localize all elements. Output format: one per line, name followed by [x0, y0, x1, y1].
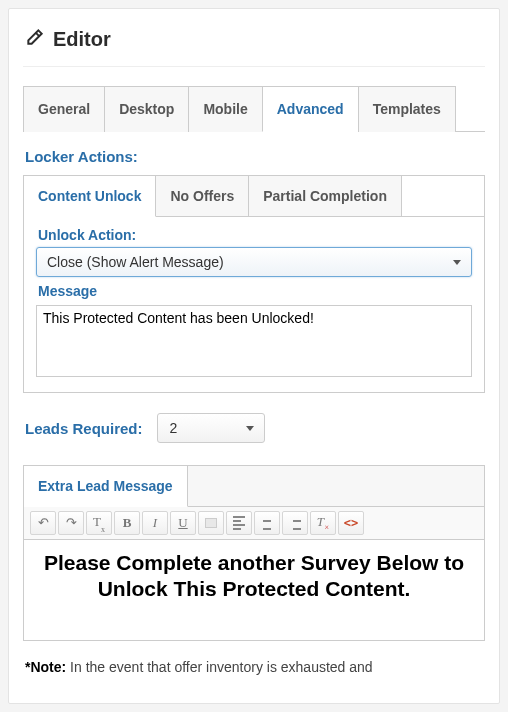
locker-subtabs-container: Content Unlock No Offers Partial Complet…	[23, 175, 485, 393]
align-left-button[interactable]	[226, 511, 252, 535]
unlock-action-value: Close (Show Alert Message)	[47, 254, 224, 270]
tab-general[interactable]: General	[23, 86, 105, 132]
message-textarea[interactable]	[36, 305, 472, 377]
subtab-no-offers[interactable]: No Offers	[156, 176, 249, 216]
extra-lead-container: Extra Lead Message ↶ ↷ Tx B I U	[23, 465, 485, 641]
extra-lead-tabs: Extra Lead Message	[24, 466, 484, 507]
main-tabs: General Desktop Mobile Advanced Template…	[23, 85, 485, 132]
unlock-action-select[interactable]: Close (Show Alert Message)	[36, 247, 472, 277]
note-prefix: *Note:	[25, 659, 66, 675]
tab-advanced[interactable]: Advanced	[262, 86, 359, 132]
note-body: In the event that offer inventory is exh…	[66, 659, 372, 675]
leads-required-value: 2	[170, 420, 178, 436]
editor-panel: Editor General Desktop Mobile Advanced T…	[8, 8, 500, 704]
rte-toolbar: ↶ ↷ Tx B I U	[24, 507, 484, 540]
subtab-partial-completion[interactable]: Partial Completion	[249, 176, 402, 216]
locker-subtabs: Content Unlock No Offers Partial Complet…	[24, 176, 484, 217]
clear-formatting-button[interactable]: Tx	[86, 511, 112, 535]
bold-button[interactable]: B	[114, 511, 140, 535]
locker-actions-label: Locker Actions:	[25, 148, 485, 165]
remove-format-button[interactable]: T×	[310, 511, 336, 535]
message-label: Message	[38, 283, 472, 299]
note-text: *Note: In the event that offer inventory…	[25, 659, 483, 675]
extra-lead-message-editor[interactable]: Please Complete another Survey Below to …	[24, 540, 484, 640]
text-color-button[interactable]	[198, 511, 224, 535]
leads-required-label: Leads Required:	[25, 420, 143, 437]
redo-button[interactable]: ↷	[58, 511, 84, 535]
undo-button[interactable]: ↶	[30, 511, 56, 535]
tab-extra-lead-message[interactable]: Extra Lead Message	[24, 466, 188, 507]
leads-required-select[interactable]: 2	[157, 413, 265, 443]
chevron-down-icon	[246, 426, 254, 431]
underline-button[interactable]: U	[170, 511, 196, 535]
edit-icon	[25, 27, 45, 52]
panel-title-text: Editor	[53, 28, 111, 51]
source-button[interactable]: <>	[338, 511, 364, 535]
italic-button[interactable]: I	[142, 511, 168, 535]
align-right-button[interactable]	[282, 511, 308, 535]
panel-title: Editor	[25, 27, 485, 52]
chevron-down-icon	[453, 260, 461, 265]
divider	[23, 66, 485, 67]
unlock-action-label: Unlock Action:	[38, 227, 472, 243]
locker-body: Unlock Action: Close (Show Alert Message…	[24, 217, 484, 392]
tab-mobile[interactable]: Mobile	[188, 86, 262, 132]
tab-desktop[interactable]: Desktop	[104, 86, 189, 132]
align-center-button[interactable]	[254, 511, 280, 535]
tab-templates[interactable]: Templates	[358, 86, 456, 132]
subtab-content-unlock[interactable]: Content Unlock	[24, 176, 156, 217]
leads-row: Leads Required: 2	[25, 413, 485, 443]
